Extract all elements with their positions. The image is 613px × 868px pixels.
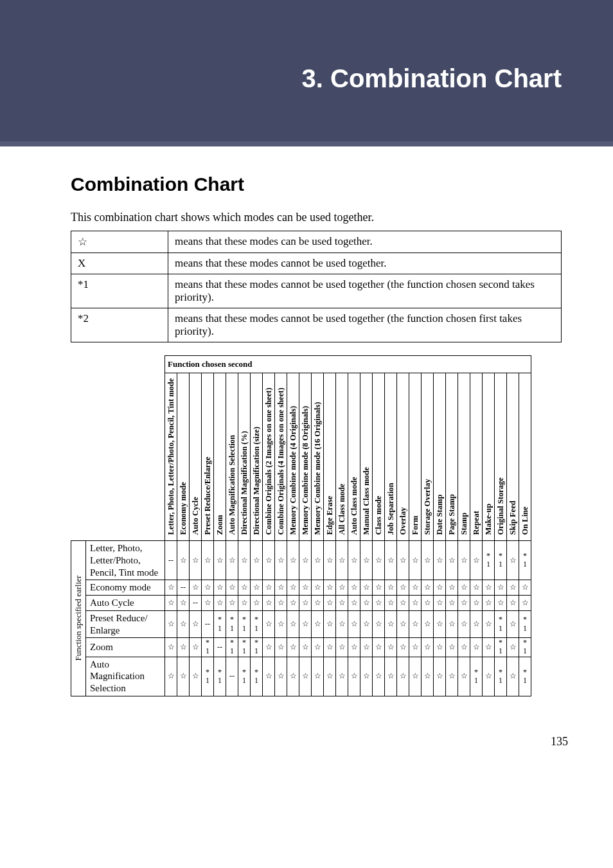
cell: ☆ — [397, 541, 409, 580]
top-header: Function chosen second — [165, 356, 531, 373]
legend-row: *1means that these modes cannot be used … — [71, 274, 562, 308]
legend-symbol: X — [71, 253, 168, 274]
cell: ☆ — [299, 580, 312, 596]
cell: ☆ — [324, 541, 336, 580]
cell: ☆ — [483, 580, 495, 596]
column-header: On Line — [519, 373, 531, 541]
cell: ☆ — [409, 638, 422, 657]
cell: ☆ — [458, 657, 470, 696]
column-header: Economy mode — [177, 373, 190, 541]
cell: ☆ — [360, 580, 373, 596]
page-number: 135 — [0, 722, 613, 768]
cell: *1 — [495, 657, 507, 696]
column-header: Make-up — [483, 373, 495, 541]
column-header: Memory Combine mode (16 Originals) — [312, 373, 324, 541]
cell: *1 — [519, 657, 531, 696]
legend-desc: means that these modes can be used toget… — [168, 231, 562, 253]
cell: -- — [177, 580, 190, 596]
cell: ☆ — [287, 541, 299, 580]
row-header: Preset Reduce/Enlarge — [86, 610, 165, 638]
cell: ☆ — [190, 657, 202, 696]
cell: ☆ — [458, 541, 470, 580]
cell: ☆ — [190, 580, 202, 596]
cell: ☆ — [360, 610, 373, 638]
table-row: Preset Reduce/Enlarge☆☆☆--*1*1*1*1☆☆☆☆☆☆… — [71, 610, 531, 638]
cell: *1 — [495, 610, 507, 638]
cell: -- — [190, 596, 202, 611]
cell: ☆ — [434, 657, 446, 696]
cell: ☆ — [263, 541, 275, 580]
column-header: Skip Feed — [507, 373, 519, 541]
cell: ☆ — [397, 580, 409, 596]
cell: ☆ — [409, 610, 422, 638]
cell: ☆ — [324, 657, 336, 696]
cell: ☆ — [165, 580, 177, 596]
cell: ☆ — [446, 596, 458, 611]
cell: ☆ — [397, 610, 409, 638]
column-header: Auto Class mode — [348, 373, 360, 541]
cell: ☆ — [373, 541, 385, 580]
cell: ☆ — [263, 580, 275, 596]
table-row: Function specified earlierLetter, Photo,… — [71, 541, 531, 580]
cell: ☆ — [287, 657, 299, 696]
cell: ☆ — [397, 596, 409, 611]
cell: ☆ — [483, 638, 495, 657]
column-header: Page Stamp — [446, 373, 458, 541]
row-header: Economy mode — [86, 580, 165, 596]
column-header: Memory Combine mode (8 Originals) — [299, 373, 312, 541]
cell: ☆ — [299, 610, 312, 638]
cell: ☆ — [165, 610, 177, 638]
chapter-title: 3. Combination Chart — [302, 64, 562, 93]
cell: ☆ — [336, 541, 348, 580]
cell: ☆ — [263, 596, 275, 611]
cell: ☆ — [226, 541, 238, 580]
cell: ☆ — [226, 580, 238, 596]
cell: ☆ — [373, 638, 385, 657]
column-header: Date Stamp — [434, 373, 446, 541]
cell: ☆ — [324, 596, 336, 611]
cell: ☆ — [299, 596, 312, 611]
cell: ☆ — [507, 657, 519, 696]
cell: ☆ — [275, 610, 287, 638]
cell: ☆ — [177, 638, 190, 657]
cell: ☆ — [373, 657, 385, 696]
cell: *1 — [519, 638, 531, 657]
cell: ☆ — [385, 580, 397, 596]
row-header: Zoom — [86, 638, 165, 657]
cell: ☆ — [470, 638, 483, 657]
cell: *1 — [226, 638, 238, 657]
cell: ☆ — [409, 596, 422, 611]
cell: ☆ — [483, 657, 495, 696]
cell: ☆ — [409, 580, 422, 596]
column-header: Overlay — [397, 373, 409, 541]
cell: ☆ — [495, 596, 507, 611]
intro-text: This combination chart shows which modes… — [71, 211, 562, 224]
cell: ☆ — [238, 596, 251, 611]
combination-table: Function chosen second Letter, Photo, Le… — [71, 355, 531, 696]
cell: -- — [226, 657, 238, 696]
cell: *1 — [519, 610, 531, 638]
cell: *1 — [495, 541, 507, 580]
cell: ☆ — [263, 610, 275, 638]
column-header: Stamp — [458, 373, 470, 541]
side-label: Function specified earlier — [71, 541, 86, 696]
column-header: Auto Magnification Selection — [226, 373, 238, 541]
cell: ☆ — [483, 596, 495, 611]
legend-table: ☆means that these modes can be used toge… — [71, 231, 562, 342]
cell: ☆ — [470, 580, 483, 596]
cell: ☆ — [519, 580, 531, 596]
table-row: Auto Magnification Selection☆☆☆*1*1--*1*… — [71, 657, 531, 696]
cell: ☆ — [422, 596, 434, 611]
column-header: Memory Combine mode (4 Originals) — [287, 373, 299, 541]
cell: ☆ — [251, 596, 263, 611]
cell: ☆ — [251, 541, 263, 580]
column-header: Original Storage — [495, 373, 507, 541]
column-header: Form — [409, 373, 422, 541]
cell: ☆ — [409, 657, 422, 696]
cell: ☆ — [507, 638, 519, 657]
cell: ☆ — [190, 541, 202, 580]
column-header: Edge Erase — [324, 373, 336, 541]
cell: ☆ — [397, 638, 409, 657]
cell: ☆ — [373, 610, 385, 638]
cell: ☆ — [226, 596, 238, 611]
